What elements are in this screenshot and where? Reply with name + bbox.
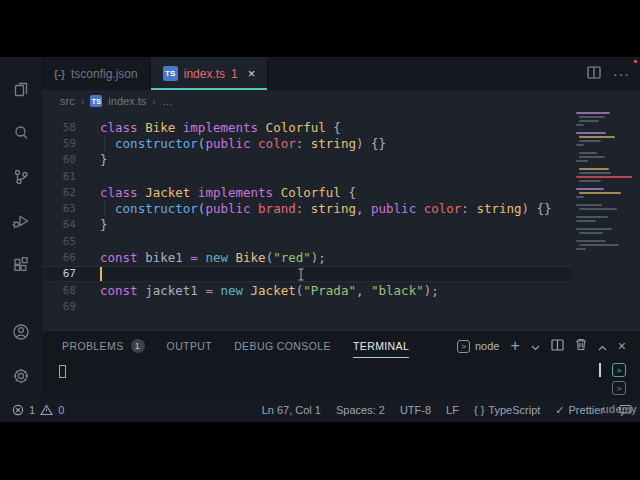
minimap-line: [576, 128, 638, 130]
code-line[interactable]: 65: [42, 233, 572, 249]
minimap-line: [579, 208, 617, 210]
code-line[interactable]: 67: [42, 266, 572, 282]
line-number[interactable]: 66: [42, 251, 76, 264]
terminal-shell-button[interactable]: > node: [457, 340, 499, 353]
code-line[interactable]: 63 constructor(public brand: string, pub…: [42, 200, 572, 216]
code-line[interactable]: 66const bike1 = new Bike("red");: [42, 249, 572, 265]
minimap-line: [576, 204, 602, 206]
minimap-line: [579, 136, 615, 138]
errors-icon: [12, 404, 24, 416]
minimap-line: [576, 184, 638, 186]
split-terminal-icon[interactable]: [551, 337, 564, 355]
breadcrumb-file[interactable]: index.ts: [108, 95, 146, 107]
check-icon: ✓: [555, 404, 564, 417]
line-number[interactable]: 58: [42, 121, 76, 134]
minimap-line: [579, 180, 601, 182]
panel-tab-terminal[interactable]: TERMINAL: [353, 331, 409, 361]
minimap-line: [579, 232, 603, 234]
line-number[interactable]: 68: [42, 284, 76, 297]
run-and-debug-icon[interactable]: [0, 199, 42, 243]
line-number[interactable]: 65: [42, 235, 76, 248]
search-icon[interactable]: [0, 111, 42, 155]
line-number[interactable]: 63: [42, 202, 76, 215]
minimap-line: [576, 240, 606, 242]
minimap-line: [576, 220, 596, 222]
breadcrumb-symbol[interactable]: …: [162, 95, 173, 107]
close-panel-icon[interactable]: ×: [618, 339, 626, 353]
minimap-line: [579, 192, 621, 194]
close-tab-icon[interactable]: ×: [248, 66, 256, 81]
code-line[interactable]: 69: [42, 298, 572, 314]
code-line[interactable]: 59 constructor(public color: string) {}: [42, 135, 572, 151]
minimap-line: [576, 164, 638, 166]
maximize-panel-chevron-icon[interactable]: [598, 337, 607, 355]
line-number[interactable]: 69: [42, 300, 76, 313]
minimap-line: [579, 156, 605, 158]
terminal-list-item[interactable]: >: [612, 381, 626, 395]
accounts-icon[interactable]: [0, 310, 42, 354]
tab-tsconfig-json[interactable]: {-} tsconfig.json: [42, 57, 151, 90]
editor-caret: [100, 267, 102, 281]
code-line[interactable]: 60}: [42, 152, 572, 168]
explorer-icon[interactable]: [0, 67, 42, 111]
tab-index-ts[interactable]: TS index.ts 1 ×: [151, 57, 269, 90]
typescript-icon: TS: [163, 66, 178, 81]
minimap-line: [576, 248, 586, 250]
minimap[interactable]: [576, 112, 638, 317]
minimap-line: [576, 132, 606, 134]
new-terminal-icon[interactable]: +: [510, 338, 519, 354]
panel-header: PROBLEMS 1 OUTPUT DEBUG CONSOLE TERMINAL: [42, 331, 640, 361]
minimap-line: [576, 216, 608, 218]
red-dot-artifact: [634, 60, 637, 63]
extensions-icon[interactable]: [0, 243, 42, 287]
line-number[interactable]: 62: [42, 186, 76, 199]
line-number[interactable]: 59: [42, 137, 76, 150]
line-number[interactable]: 60: [42, 153, 76, 166]
code-line[interactable]: 62class Jacket implements Colorful {: [42, 184, 572, 200]
indent-guide: [104, 200, 105, 216]
code-editor[interactable]: 58class Bike implements Colorful {59 con…: [42, 112, 640, 330]
code-line[interactable]: 61: [42, 168, 572, 184]
formatter-status[interactable]: ✓ Prettier: [555, 404, 604, 417]
encoding-status[interactable]: UTF-8: [400, 404, 431, 416]
line-number[interactable]: 64: [42, 218, 76, 231]
panel-tab-output[interactable]: OUTPUT: [167, 331, 213, 361]
minimap-line: [579, 140, 601, 142]
minimap-line: [579, 244, 619, 246]
panel-tab-problems[interactable]: PROBLEMS 1: [62, 331, 145, 361]
line-number[interactable]: 67: [42, 267, 76, 280]
terminal-list-item[interactable]: >: [612, 363, 626, 377]
minimap-line: [576, 196, 584, 198]
terminal-body[interactable]: > >: [42, 361, 640, 398]
status-bar: 1 0 Ln 67, Col 1 Spaces: 2 UTF-8 LF { } …: [0, 398, 640, 422]
problems-status[interactable]: 1 0: [12, 404, 64, 416]
more-actions-icon[interactable]: ···: [613, 66, 630, 82]
minimap-line: [576, 200, 638, 202]
kill-terminal-trash-icon[interactable]: [575, 337, 587, 355]
minimap-line: [579, 168, 609, 170]
minimap-line: [579, 116, 605, 118]
minimap-line: [576, 236, 638, 238]
tab-label: tsconfig.json: [71, 67, 138, 81]
launch-profile-chevron-icon[interactable]: [531, 337, 540, 355]
cursor-position-status[interactable]: Ln 67, Col 1: [262, 404, 321, 416]
terminal-selection-bar: [599, 363, 601, 377]
source-control-icon[interactable]: [0, 155, 42, 199]
breadcrumb: src › TS index.ts › …: [42, 90, 640, 112]
editor-tab-bar: {-} tsconfig.json TS index.ts 1 × ···: [42, 57, 640, 90]
language-mode-status[interactable]: { } TypeScript: [474, 404, 540, 416]
indentation-status[interactable]: Spaces: 2: [336, 404, 385, 416]
split-editor-icon[interactable]: [587, 65, 601, 83]
line-number[interactable]: 61: [42, 170, 76, 183]
manage-gear-icon[interactable]: [0, 354, 42, 398]
code-line[interactable]: 68const jacket1 = new Jacket("Prada", "b…: [42, 282, 572, 298]
warnings-icon: [40, 404, 53, 416]
panel-tab-debug-console[interactable]: DEBUG CONSOLE: [234, 331, 331, 361]
code-line[interactable]: 58class Bike implements Colorful {: [42, 119, 572, 135]
code-line[interactable]: 64}: [42, 217, 572, 233]
breadcrumb-src[interactable]: src: [60, 95, 75, 107]
eol-status[interactable]: LF: [446, 404, 459, 416]
minimap-line: [576, 160, 588, 162]
typescript-icon: TS: [90, 95, 102, 107]
minimap-line: [579, 172, 611, 174]
